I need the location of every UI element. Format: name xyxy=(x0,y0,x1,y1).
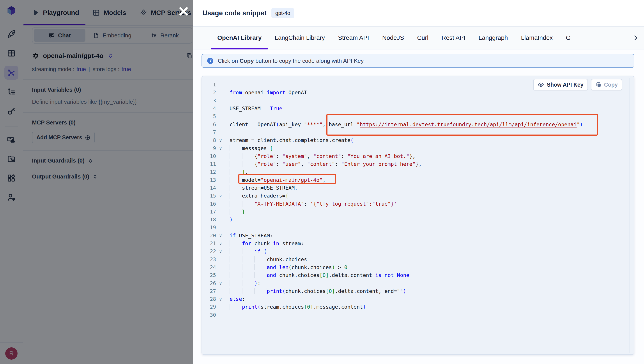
line-number: 13 xyxy=(202,177,216,183)
code-line: 28∨else: xyxy=(202,295,634,303)
code-line: 9∨ messages=[ xyxy=(202,144,634,152)
code-text: model="openai-main/gpt-4o", xyxy=(225,177,326,183)
line-number: 29 xyxy=(202,304,216,310)
code-line: 16 "X-TFY-METADATA": '{"tfy_log_request"… xyxy=(202,200,634,208)
line-number: 5 xyxy=(202,114,216,119)
code-line: 19 xyxy=(202,224,634,232)
code-line: 24 and len(chunk.choices) > 0 xyxy=(202,264,634,271)
modal-title: Usage code snippet xyxy=(202,9,267,17)
line-number: 23 xyxy=(202,256,216,262)
code-line: 7 xyxy=(202,128,634,136)
code-text: for chunk in stream: xyxy=(225,240,304,246)
code-line: 27 print(chunk.choices[0].delta.content,… xyxy=(202,287,634,295)
code-line: 29 print(stream.choices[0].message.conte… xyxy=(202,303,634,311)
line-number: 17 xyxy=(202,209,216,214)
modal-body: i Click on Copy button to copy the code … xyxy=(193,54,644,355)
code-line: 12 ], xyxy=(202,168,634,176)
code-text: chunk.choices xyxy=(225,256,307,262)
modal-tab-langchain-library[interactable]: LangChain Library xyxy=(268,27,331,49)
line-number: 28 xyxy=(202,296,216,302)
fold-chevron-icon[interactable]: ∨ xyxy=(216,234,225,238)
line-number: 4 xyxy=(202,106,216,111)
fold-chevron-icon[interactable]: ∨ xyxy=(216,250,225,254)
line-number: 3 xyxy=(202,98,216,104)
eye-icon xyxy=(538,82,544,88)
usage-code-modal: Usage code snippet gpt-4o OpenAI Library… xyxy=(193,0,644,364)
code-line: 25 and chunk.choices[0].delta.content is… xyxy=(202,271,634,279)
modal-tab-g[interactable]: G xyxy=(559,27,577,49)
line-number: 9 xyxy=(202,146,216,151)
modal-tab-stream-api[interactable]: Stream API xyxy=(331,27,376,49)
code-text: print(stream.choices[0].message.content) xyxy=(225,304,366,310)
code-line: 20∨if USE_STREAM: xyxy=(202,232,634,240)
line-number: 22 xyxy=(202,248,216,254)
code-line: 6client = OpenAI(api_key="****", base_ur… xyxy=(202,120,634,128)
line-number: 27 xyxy=(202,288,216,294)
tabs-scroll-right-button[interactable] xyxy=(632,27,639,49)
fold-chevron-icon[interactable]: ∨ xyxy=(216,146,225,150)
show-api-key-button[interactable]: Show API Key xyxy=(533,79,588,90)
code-text: stream = client.chat.completions.create( xyxy=(225,137,354,143)
line-number: 11 xyxy=(202,161,216,167)
copy-icon xyxy=(595,82,601,88)
code-line: 3 xyxy=(202,97,634,104)
close-modal-button[interactable] xyxy=(177,5,190,18)
line-number: 12 xyxy=(202,169,216,175)
code-text: {"role": "system", "content": "You are a… xyxy=(225,153,415,159)
code-text: {"role": "user", "content": "Enter your … xyxy=(225,161,422,167)
code-text: messages=[ xyxy=(225,145,273,152)
code-actions: Show API Key Copy xyxy=(533,79,622,90)
modal-tab-langgraph[interactable]: Langgraph xyxy=(472,27,515,49)
line-number: 25 xyxy=(202,272,216,278)
modal-overlay[interactable] xyxy=(0,0,193,364)
code-text: else: xyxy=(225,296,245,302)
code-text: client = OpenAI(api_key="****", base_url… xyxy=(225,122,583,128)
code-text: if USE_STREAM: xyxy=(225,232,273,239)
code-text: print(chunk.choices[0].delta.content, en… xyxy=(225,288,406,294)
info-icon: i xyxy=(207,58,213,64)
code-line: 15∨ extra_headers={ xyxy=(202,192,634,200)
code-text: ) xyxy=(225,216,233,223)
modal-tab-openai-library[interactable]: OpenAI Library xyxy=(211,27,268,49)
code-text: } xyxy=(225,209,245,215)
line-number: 20 xyxy=(202,233,216,238)
code-line: 11 {"role": "user", "content": "Enter yo… xyxy=(202,160,634,168)
line-number: 18 xyxy=(202,217,216,222)
fold-chevron-icon[interactable]: ∨ xyxy=(216,138,225,142)
modal-tabs: OpenAI LibraryLangChain LibraryStream AP… xyxy=(193,26,644,50)
code-line: 14 stream=USE_STREAM, xyxy=(202,184,634,192)
line-number: 2 xyxy=(202,90,216,96)
code-lines: 12from openai import OpenAI34USE_STREAM … xyxy=(202,76,634,319)
line-number: 7 xyxy=(202,130,216,135)
code-line: 10 {"role": "system", "content": "You ar… xyxy=(202,152,634,160)
code-line: 21∨ for chunk in stream: xyxy=(202,240,634,248)
fold-chevron-icon[interactable]: ∨ xyxy=(216,297,225,301)
code-line: 18) xyxy=(202,216,634,224)
line-number: 8 xyxy=(202,138,216,143)
modal-tab-rest-api[interactable]: Rest API xyxy=(435,27,472,49)
modal-tab-nodejs[interactable]: NodeJS xyxy=(376,27,411,49)
line-number: 10 xyxy=(202,153,216,159)
line-number: 24 xyxy=(202,264,216,270)
line-number: 19 xyxy=(202,225,216,230)
fold-chevron-icon[interactable]: ∨ xyxy=(216,242,225,246)
fold-chevron-icon[interactable]: ∨ xyxy=(216,194,225,198)
info-banner-text: Click on Copy button to copy the code al… xyxy=(218,58,364,64)
code-text: and chunk.choices[0].delta.content is no… xyxy=(225,272,409,278)
code-text: if ( xyxy=(225,248,267,254)
modal-tab-curl[interactable]: Curl xyxy=(410,27,435,49)
line-number: 21 xyxy=(202,240,216,246)
code-text: ], xyxy=(225,169,248,175)
code-line: 17 } xyxy=(202,208,634,216)
modal-tab-llamaindex[interactable]: LlamaIndex xyxy=(515,27,559,49)
fold-chevron-icon[interactable]: ∨ xyxy=(216,281,225,285)
copy-code-button[interactable]: Copy xyxy=(591,79,622,90)
info-banner: i Click on Copy button to copy the code … xyxy=(201,54,634,68)
code-text: USE_STREAM = True xyxy=(225,106,282,112)
code-line: 13 model="openai-main/gpt-4o", xyxy=(202,176,634,184)
code-line: 4USE_STREAM = True xyxy=(202,104,634,112)
code-card: Show API Key Copy 12from openai import O… xyxy=(201,76,634,355)
code-text: stream=USE_STREAM, xyxy=(225,185,298,191)
code-text: extra_headers={ xyxy=(225,193,289,199)
code-text: and len(chunk.choices) > 0 xyxy=(225,264,347,270)
